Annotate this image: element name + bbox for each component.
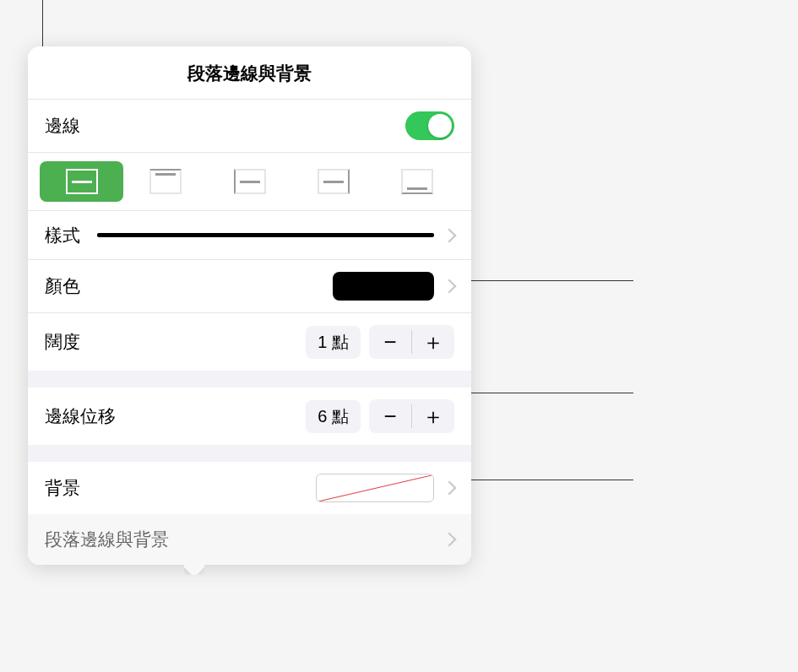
border-toggle[interactable]: [405, 111, 454, 140]
border-toggle-row: 邊線: [28, 100, 471, 153]
toggle-knob: [428, 114, 452, 138]
offset-increase-button[interactable]: ＋: [412, 399, 454, 433]
popover-tail: [184, 563, 204, 575]
border-left-icon: [234, 169, 266, 194]
border-position-full[interactable]: [40, 161, 123, 202]
offset-value: 6 點: [306, 400, 361, 433]
color-swatch: [333, 272, 434, 301]
border-top-icon: [149, 169, 182, 194]
border-label: 邊線: [45, 114, 80, 138]
background-swatch-none: [316, 474, 434, 502]
chevron-right-icon: [442, 228, 457, 242]
border-position-left[interactable]: [208, 161, 291, 202]
offset-section: 邊線位移 6 點 − ＋: [28, 387, 471, 445]
chevron-right-icon: [442, 481, 457, 496]
width-stepper: − ＋: [369, 325, 454, 359]
chevron-right-icon: [442, 279, 457, 294]
callout-line: [464, 280, 633, 281]
width-label: 闊度: [45, 330, 80, 354]
callout-line: [443, 480, 633, 480]
offset-stepper: − ＋: [369, 399, 454, 433]
section-gap: [28, 445, 471, 462]
border-position-top[interactable]: [123, 161, 207, 202]
footer-label: 段落邊線與背景: [45, 528, 169, 551]
background-label: 背景: [45, 476, 80, 500]
border-position-group: [28, 153, 471, 211]
background-row[interactable]: 背景: [28, 462, 471, 514]
chevron-right-icon: [442, 533, 457, 547]
color-label: 顏色: [45, 274, 80, 298]
popover-title: 段落邊線與背景: [28, 46, 471, 100]
callout-line: [42, 0, 43, 46]
border-position-right[interactable]: [291, 161, 375, 202]
footer-row[interactable]: 段落邊線與背景: [28, 514, 471, 565]
offset-stepper-group: 6 點 − ＋: [306, 399, 454, 433]
border-offset-row: 邊線位移 6 點 − ＋: [28, 387, 471, 445]
callout-line: [443, 393, 633, 393]
style-label: 樣式: [45, 224, 80, 247]
border-full-icon: [66, 169, 98, 194]
section-gap: [28, 371, 471, 387]
border-section: 邊線 樣式: [28, 100, 471, 371]
offset-label: 邊線位移: [45, 404, 116, 428]
border-bottom-icon: [401, 169, 433, 194]
border-right-icon: [318, 169, 350, 194]
border-position-bottom[interactable]: [376, 161, 459, 202]
width-stepper-group: 1 點 − ＋: [306, 325, 454, 359]
width-increase-button[interactable]: ＋: [412, 325, 454, 359]
background-section: 背景: [28, 462, 471, 514]
width-decrease-button[interactable]: −: [369, 325, 411, 359]
offset-decrease-button[interactable]: −: [369, 399, 411, 433]
border-color-row[interactable]: 顏色: [28, 260, 471, 313]
border-style-row[interactable]: 樣式: [28, 211, 471, 260]
borders-background-popover: 段落邊線與背景 邊線 樣式: [28, 46, 471, 565]
line-style-preview: [97, 233, 434, 237]
border-width-row: 闊度 1 點 − ＋: [28, 313, 471, 371]
width-value: 1 點: [306, 326, 361, 359]
